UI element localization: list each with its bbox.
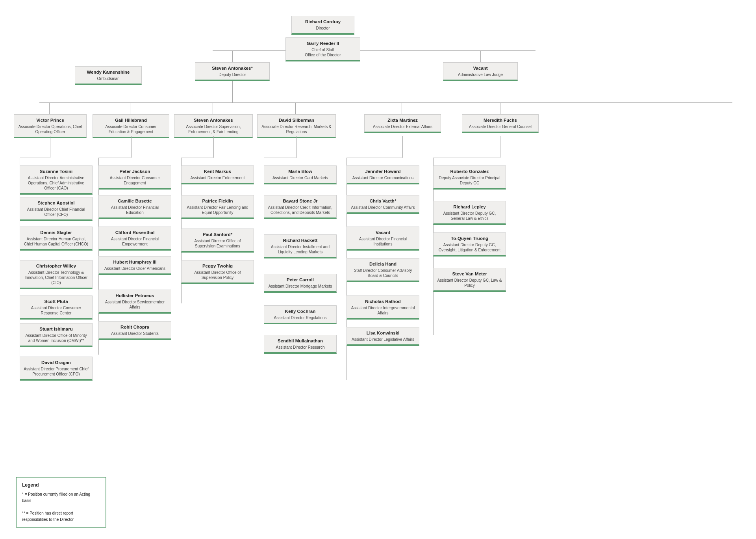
org-chart: Richard Cordray Director Steven Antonake… <box>8 8 748 520</box>
box-christopher-willey: Christopher Willey Assistant Director Te… <box>20 260 93 289</box>
box-chris-vaeth: Chris Vaeth* Assistant Director Communit… <box>346 195 419 214</box>
box-scott-pluta: Scott Pluta Assistant Director Consumer … <box>20 296 93 320</box>
box-jennifer-howard: Jennifer Howard Assistant Director Commu… <box>346 165 419 184</box>
box-victor-prince: Victor Prince Associate Director Operati… <box>14 114 87 138</box>
box-lisa-konwinski: Lisa Konwinski Assistant Director Legisl… <box>346 327 419 346</box>
box-sendhil-mullainathan: Sendhil Mullainathan Assistant Director … <box>264 335 337 354</box>
box-richard-cordray: Richard Cordray Director <box>291 16 354 35</box>
box-steven-antonakes-assoc: Steven Antonakes Associate Director Supe… <box>174 114 253 138</box>
box-patrice-ficklin: Patrice Ficklin Assistant Director Fair … <box>181 195 254 219</box>
box-meredith-fuchs: Meredith Fuchs Associate Director Genera… <box>462 114 539 133</box>
box-vacant-fi: Vacant Assistant Director Financial Inst… <box>346 227 419 251</box>
box-zixta-martinez: Zixta Martinez Associate Director Extern… <box>364 114 441 133</box>
legend-item-1: * = Position currently filled on an Acti… <box>22 491 100 504</box>
box-richard-lepley: Richard Lepley Assistant Director Deputy… <box>433 201 506 225</box>
box-nicholas-rathod: Nicholas Rathod Assistant Director Inter… <box>346 296 419 320</box>
box-david-silberman: David Silberman Associate Director Resea… <box>257 114 336 138</box>
box-roberto-gonzalez: Roberto Gonzalez Deputy Associate Direct… <box>433 165 506 190</box>
box-dennis-slagter: Dennis Slagter Assistant Director Human … <box>20 227 93 251</box>
box-steve-van-meter: Steve Van Meter Assistant Director Deput… <box>433 268 506 292</box>
box-paul-sanford: Paul Sanford* Assistant Director Office … <box>181 229 254 253</box>
box-david-gragan: David Gragan Assistant Director Procurem… <box>20 357 93 381</box>
box-gail-hillebrand: Gail Hillebrand Associate Director Consu… <box>93 114 169 138</box>
box-rohit-chopra: Rohit Chopra Assistant Director Students <box>98 321 171 340</box>
box-peter-jackson: Peter Jackson Assistant Director Consume… <box>98 165 171 190</box>
box-delicia-hand: Delicia Hand Staff Director Consumer Adv… <box>346 258 419 282</box>
box-kelly-cochran: Kelly Cochran Assistant Director Regulat… <box>264 305 337 324</box>
box-richard-hackett: Richard Hackett Assistant Director Insta… <box>264 234 337 258</box>
box-to-quyen-truong: To-Quyen Truong Assistant Director Deput… <box>433 232 506 256</box>
box-peggy-twohig: Peggy Twohig Assistant Director Office o… <box>181 260 254 284</box>
box-clifford-rosenthal: Clifford Rosenthal Assistant Director Fi… <box>98 227 171 251</box>
box-hollister-petraeus: Hollister Petraeus Assistant Director Se… <box>98 290 171 314</box>
box-bayard-stone: Bayard Stone Jr Assistant Director Credi… <box>264 195 337 219</box>
box-peter-carroll: Peter Carroll Assistant Director Mortgag… <box>264 274 337 293</box>
box-garry-reeder: Garry Reeder II Chief of Staff Office of… <box>285 37 360 61</box>
box-stuart-ishimaru: Stuart Ishimaru Assistant Director Offic… <box>20 323 93 347</box>
legend-item-2: ** = Position has direct report responsi… <box>22 510 100 523</box>
box-vacant-alj: Vacant Administrative Law Judge <box>443 62 518 81</box>
box-stephen-agostini: Stephen Agostini Assistant Director Chie… <box>20 197 93 221</box>
legend: Legend * = Position currently filled on … <box>16 477 106 528</box>
box-hubert-humphrey: Hubert Humphrey III Assistant Director O… <box>98 256 171 275</box>
box-marla-blow: Marla Blow Assistant Director Card Marke… <box>264 165 337 184</box>
box-kent-markus: Kent Markus Assistant Director Enforceme… <box>181 165 254 184</box>
box-suzanne-tosini: Suzanne Tosini Assistant Director Admini… <box>20 165 93 195</box>
box-steven-antonakes-deputy: Steven Antonakes* Deputy Director <box>195 62 270 81</box>
box-wendy-kamenshine: Wendy Kamenshine Ombudsman <box>75 66 142 85</box>
box-camille-busette: Camille Busette Assistant Director Finan… <box>98 195 171 219</box>
